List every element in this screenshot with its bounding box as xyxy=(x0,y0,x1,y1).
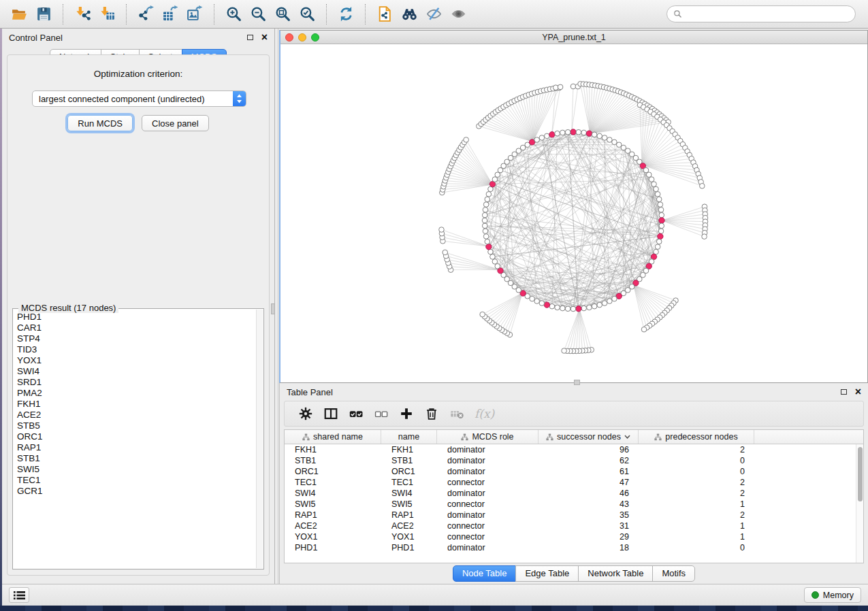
import-table-icon xyxy=(99,5,116,22)
scrollbar-thumb[interactable] xyxy=(858,447,863,501)
column-browser-button[interactable] xyxy=(323,406,338,421)
zoom-in-icon xyxy=(225,5,242,22)
float-panel-icon[interactable] xyxy=(841,389,847,395)
delete-table-button[interactable] xyxy=(449,406,464,421)
delete-column-button[interactable] xyxy=(424,406,439,421)
memory-button[interactable]: Memory xyxy=(804,587,861,603)
tab-node-table[interactable]: Node Table xyxy=(453,565,517,582)
list-item[interactable]: STB1 xyxy=(17,453,255,464)
export-table-button[interactable] xyxy=(158,3,182,26)
list-item[interactable]: TID3 xyxy=(17,344,255,355)
import-table-button[interactable] xyxy=(95,3,119,26)
search-icon xyxy=(673,10,682,18)
add-column-button[interactable] xyxy=(399,406,414,421)
desktop-wallpaper-bottom xyxy=(0,606,868,611)
table-cell: RAP1 xyxy=(285,510,381,521)
table-row[interactable]: ACE2ACE2connector311 xyxy=(285,521,863,531)
tab-edge-table[interactable]: Edge Table xyxy=(515,565,579,582)
control-panel-title: Control Panel xyxy=(9,33,63,43)
show-panels-menu-button[interactable] xyxy=(9,587,29,603)
table-cell: STB1 xyxy=(285,455,381,466)
horizontal-splitter-grip[interactable] xyxy=(574,380,580,385)
column-header-successor-nodes[interactable]: successor nodes xyxy=(539,430,639,444)
select-all-button[interactable] xyxy=(349,406,364,421)
network-canvas[interactable] xyxy=(280,44,867,382)
close-panel-button[interactable]: Close panel xyxy=(142,115,209,131)
list-item[interactable]: ORC1 xyxy=(17,431,255,442)
table-row[interactable]: SWI4SWI4dominator462 xyxy=(285,488,863,499)
list-item[interactable]: SWI4 xyxy=(17,366,255,377)
zoom-fit-button[interactable] xyxy=(270,3,295,26)
memory-label: Memory xyxy=(823,591,854,600)
refresh-button[interactable] xyxy=(334,3,358,26)
table-cell: 1 xyxy=(639,499,754,510)
list-item[interactable]: SWI5 xyxy=(17,464,255,475)
mcds-list-scrollbar[interactable] xyxy=(256,310,263,568)
zoom-in-button[interactable] xyxy=(221,3,246,26)
list-item[interactable]: STP4 xyxy=(17,333,255,344)
table-row[interactable]: FKH1FKH1dominator962 xyxy=(285,444,863,455)
eye-icon xyxy=(450,5,467,22)
column-header-name[interactable]: name xyxy=(381,430,437,444)
optimization-select[interactable]: largest connected component (undirected) xyxy=(32,90,246,107)
table-cell: 62 xyxy=(539,455,639,466)
zoom-out-button[interactable] xyxy=(246,3,270,26)
vertical-splitter[interactable] xyxy=(274,29,278,584)
table-panel-tabs: Node TableEdge TableNetwork TableMotifs xyxy=(280,563,868,584)
column-label: name xyxy=(398,432,419,442)
list-item[interactable]: PMA2 xyxy=(17,388,255,399)
select-all-icon xyxy=(349,406,364,421)
workspace: Control Panel × NetworkStyleSelectMCDS O… xyxy=(2,29,868,606)
list-item[interactable]: RAP1 xyxy=(17,442,255,453)
show-graphics-details-button[interactable] xyxy=(446,3,470,26)
table-row[interactable]: ORC1ORC1dominator610 xyxy=(285,466,863,477)
table-cell: dominator xyxy=(437,466,539,477)
table-row[interactable]: STB1STB1dominator620 xyxy=(285,455,863,466)
close-panel-icon[interactable]: × xyxy=(261,34,268,41)
table-row[interactable]: RAP1RAP1dominator352 xyxy=(285,510,863,521)
open-session-button[interactable] xyxy=(7,3,31,26)
list-item[interactable]: YOX1 xyxy=(17,355,255,366)
save-session-button[interactable] xyxy=(31,3,56,26)
table-cell: connector xyxy=(437,499,539,510)
zoom-selected-button[interactable] xyxy=(295,3,319,26)
tab-network-table[interactable]: Network Table xyxy=(578,565,653,582)
list-item[interactable]: PHD1 xyxy=(17,312,255,323)
search-network-button[interactable] xyxy=(397,3,421,26)
sort-desc-icon xyxy=(624,435,630,439)
float-panel-icon[interactable] xyxy=(247,35,253,40)
list-item[interactable]: FKH1 xyxy=(17,399,255,410)
table-row[interactable]: TEC1TEC1connector472 xyxy=(285,477,863,488)
list-item[interactable]: STB5 xyxy=(17,420,255,431)
list-item[interactable]: SRD1 xyxy=(17,377,255,388)
search-input[interactable] xyxy=(686,10,849,19)
list-item[interactable]: GCR1 xyxy=(17,486,255,497)
export-network-button[interactable] xyxy=(133,3,158,26)
hide-graphics-details-button[interactable] xyxy=(421,3,446,26)
table-scrollbar[interactable] xyxy=(856,444,863,563)
run-mcds-button[interactable]: Run MCDS xyxy=(67,115,133,131)
list-item[interactable]: TEC1 xyxy=(17,475,255,486)
table-row[interactable]: SWI5SWI5connector431 xyxy=(285,499,863,510)
tab-motifs[interactable]: Motifs xyxy=(652,565,695,582)
table-cell: 2 xyxy=(639,444,754,455)
column-header-MCDS-role[interactable]: MCDS role xyxy=(437,430,539,444)
column-header-predecessor-nodes[interactable]: predecessor nodes xyxy=(639,430,754,444)
unselect-all-button[interactable] xyxy=(374,406,389,421)
export-image-button[interactable] xyxy=(182,3,207,26)
table-row[interactable]: YOX1YOX1connector291 xyxy=(285,531,863,542)
share-document-button[interactable] xyxy=(372,3,397,26)
column-header-shared-name[interactable]: shared name xyxy=(285,430,381,444)
import-network-button[interactable] xyxy=(70,3,95,26)
list-item[interactable]: CAR1 xyxy=(17,323,255,333)
settings-gear-button[interactable] xyxy=(298,406,313,421)
function-builder-button[interactable]: f(x) xyxy=(475,407,494,420)
table-cell: 31 xyxy=(539,521,639,531)
table-row[interactable]: PHD1PHD1dominator180 xyxy=(285,542,863,553)
table-cell: dominator xyxy=(437,510,539,521)
list-item[interactable]: ACE2 xyxy=(17,410,255,420)
column-label: predecessor nodes xyxy=(665,432,737,442)
splitter-grip[interactable] xyxy=(271,303,275,314)
close-panel-icon[interactable]: × xyxy=(855,389,861,395)
table-cell: ORC1 xyxy=(285,466,381,477)
